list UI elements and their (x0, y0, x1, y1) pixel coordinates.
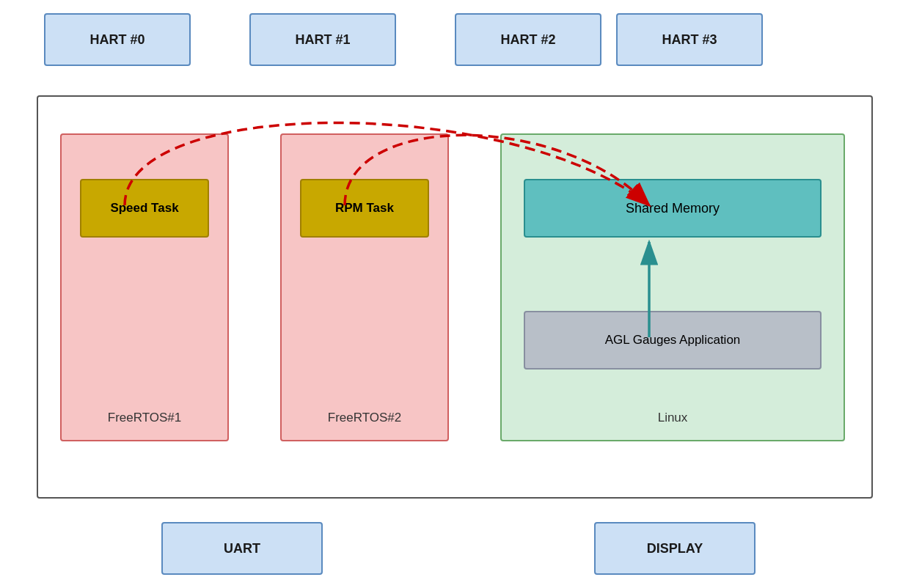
hart2-box: HART #2 (455, 13, 601, 66)
linux-box: Shared Memory AGL Gauges Application Lin… (500, 133, 845, 441)
hart2-label: HART #2 (500, 32, 555, 48)
shared-memory-label: Shared Memory (626, 201, 720, 216)
diagram-container: HART #0 HART #1 HART #2 HART #3 Speed Ta… (0, 0, 911, 588)
speed-task-label: Speed Task (110, 201, 178, 216)
shared-memory-box: Shared Memory (524, 179, 822, 238)
hart-row: HART #0 HART #1 HART #2 HART #3 (0, 13, 911, 66)
rpm-task-box: RPM Task (300, 179, 429, 238)
rpm-task-label: RPM Task (335, 201, 394, 216)
uart-label: UART (224, 541, 260, 556)
agl-box: AGL Gauges Application (524, 311, 822, 370)
display-box: DISPLAY (594, 522, 755, 575)
freertos2-label: FreeRTOS#2 (282, 411, 447, 425)
freertos1-box: Speed Task FreeRTOS#1 (60, 133, 229, 441)
hart0-label: HART #0 (89, 32, 144, 48)
hart3-label: HART #3 (662, 32, 717, 48)
hart1-label: HART #1 (295, 32, 350, 48)
system-box: Speed Task FreeRTOS#1 RPM Task FreeRTOS#… (37, 95, 873, 499)
hart3-box: HART #3 (616, 13, 763, 66)
hart1-box: HART #1 (249, 13, 396, 66)
freertos2-box: RPM Task FreeRTOS#2 (280, 133, 449, 441)
display-label: DISPLAY (647, 541, 703, 556)
freertos1-label: FreeRTOS#1 (62, 411, 227, 425)
linux-label: Linux (502, 411, 844, 425)
agl-label: AGL Gauges Application (605, 333, 741, 348)
hart0-box: HART #0 (44, 13, 191, 66)
speed-task-box: Speed Task (80, 179, 209, 238)
uart-box: UART (161, 522, 323, 575)
